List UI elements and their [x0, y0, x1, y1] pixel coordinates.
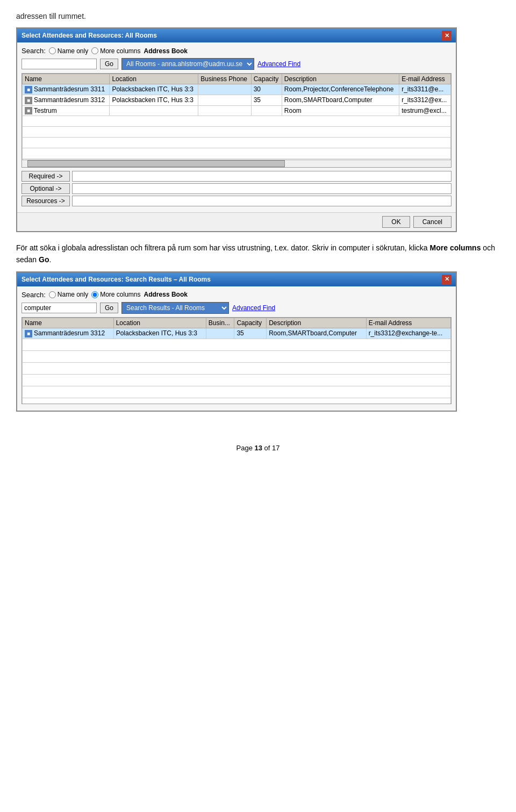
- required-field-row: Required ->: [22, 171, 452, 182]
- table-row-empty: [23, 339, 451, 350]
- col-busin-2: Busin...: [206, 318, 234, 328]
- dialog-titlebar-2: Select Attendees and Resources: Search R…: [17, 272, 456, 286]
- cell-phone: [198, 84, 251, 95]
- table-row-empty: [23, 362, 451, 374]
- optional-field-row: Optional ->: [22, 183, 452, 194]
- search-input-2[interactable]: [22, 303, 97, 313]
- radio-more-columns-1[interactable]: [91, 47, 98, 54]
- bold-go: Go: [39, 255, 49, 264]
- address-book-label-2: Address Book: [144, 291, 188, 298]
- resources-button[interactable]: Resources ->: [22, 196, 70, 206]
- required-button[interactable]: Required ->: [22, 171, 70, 182]
- table-header-row-1: Name Location Business Phone Capacity De…: [23, 74, 451, 84]
- cell-email: r_its3312@ex...: [399, 95, 451, 105]
- cell-phone: [198, 105, 251, 116]
- cell-capacity: [251, 105, 282, 116]
- cancel-button-1[interactable]: Cancel: [413, 216, 452, 228]
- cell-capacity: 35: [251, 95, 282, 105]
- bottom-fields-1: Required -> Optional -> Resources ->: [22, 171, 452, 206]
- paragraph-text-1: För att söka i globala adresslistan och …: [16, 243, 430, 252]
- table-row-empty: [23, 374, 451, 386]
- cell-description: Room: [282, 105, 399, 116]
- table-row-empty: [23, 148, 451, 159]
- page-footer: Page 13 of 17: [16, 444, 500, 452]
- paragraph-block: För att söka i globala adresslistan och …: [16, 242, 500, 266]
- cell-busin: [206, 328, 234, 339]
- col-description-1: Description: [282, 74, 399, 84]
- table-row-empty: [23, 350, 451, 362]
- col-name-1: Name: [23, 74, 110, 84]
- col-description-2: Description: [267, 318, 366, 328]
- cell-capacity: 35: [234, 328, 267, 339]
- address-book-select-1[interactable]: All Rooms - anna.ahlstrom@uadm.uu.se: [121, 58, 254, 70]
- col-email-1: E-mail Address: [399, 74, 451, 84]
- row-icon-gray: ■: [25, 97, 32, 104]
- cell-location: Polacksbacken ITC, Hus 3:3: [110, 84, 198, 95]
- cell-name: ■Sammanträdesrum 3312: [23, 328, 114, 339]
- go-button-2[interactable]: Go: [100, 303, 118, 313]
- radio-name-only-label-1[interactable]: Name only: [49, 47, 88, 55]
- results-table-2: Name Location Busin... Capacity Descript…: [22, 318, 451, 404]
- search-label-1: Search:: [22, 47, 46, 55]
- cell-name: ■Sammanträdesrum 3311: [23, 84, 110, 95]
- dialog-footer-1: OK Cancel: [17, 212, 456, 231]
- col-email-2: E-mail Address: [366, 318, 450, 328]
- radio-more-columns-2[interactable]: [91, 291, 98, 298]
- cell-email: r_its3311@e...: [399, 84, 451, 95]
- results-table-scroll-2[interactable]: Name Location Busin... Capacity Descript…: [22, 318, 451, 404]
- radio-more-columns-label-2[interactable]: More columns: [91, 291, 140, 298]
- cell-description: Room,SMARTboard,Computer: [267, 328, 366, 339]
- radio-name-only-1[interactable]: [49, 47, 56, 54]
- required-input[interactable]: [72, 171, 452, 182]
- dialog-title-2: Select Attendees and Resources: Search R…: [22, 276, 211, 283]
- resources-field-row: Resources ->: [22, 196, 452, 206]
- results-table-scroll-1[interactable]: Name Location Business Phone Capacity De…: [22, 74, 451, 160]
- row-icon-blue: ■: [25, 86, 32, 94]
- radio-name-only-2[interactable]: [49, 291, 56, 298]
- optional-input[interactable]: [72, 183, 452, 194]
- resources-input[interactable]: [72, 196, 452, 206]
- page-number: Page 13 of 17: [236, 444, 280, 452]
- radio-name-only-label-2[interactable]: Name only: [49, 291, 88, 298]
- optional-button[interactable]: Optional ->: [22, 183, 70, 194]
- col-business-phone-1: Business Phone: [198, 74, 251, 84]
- search-row-1: Search: Name only More columns Address B…: [22, 47, 452, 55]
- table-row[interactable]: ■Sammanträdesrum 3311 Polacksbacken ITC,…: [23, 84, 451, 95]
- table-row[interactable]: ■Sammanträdesrum 3312 Polacksbacken ITC,…: [23, 95, 451, 105]
- cell-phone: [198, 95, 251, 105]
- table-row[interactable]: ■Testrum Room testrum@excl...: [23, 105, 451, 116]
- table-row-empty: [23, 398, 451, 404]
- row-icon-blue-2: ■: [25, 330, 32, 337]
- ok-button-1[interactable]: OK: [382, 216, 410, 228]
- advanced-find-button-1[interactable]: Advanced Find: [257, 60, 300, 68]
- cell-description: Room,Projector,ConferenceTelephone: [282, 84, 399, 95]
- bold-more-columns: More columns: [430, 243, 481, 252]
- row-icon-gray: ■: [25, 107, 32, 114]
- go-button-1[interactable]: Go: [100, 59, 118, 69]
- radio-more-columns-label-1[interactable]: More columns: [91, 47, 140, 55]
- address-book-label-1: Address Book: [144, 47, 188, 55]
- table-row-empty: [23, 127, 451, 138]
- horizontal-scrollbar-1[interactable]: [22, 160, 451, 167]
- dialog-close-button-1[interactable]: ✕: [442, 31, 452, 40]
- dialog-title-1: Select Attendees and Resources: All Room…: [22, 32, 157, 39]
- search-input-1[interactable]: [22, 59, 97, 69]
- search-row-2: Go All Rooms - anna.ahlstrom@uadm.uu.se …: [22, 58, 452, 70]
- dialog-close-button-2[interactable]: ✕: [442, 275, 452, 284]
- results-table-wrapper-2: Name Location Busin... Capacity Descript…: [22, 317, 452, 404]
- dialog-all-rooms: Select Attendees and Resources: All Room…: [16, 27, 457, 232]
- col-location-2: Location: [113, 318, 206, 328]
- advanced-find-button-2[interactable]: Advanced Find: [232, 304, 275, 312]
- table-row-empty: [23, 116, 451, 127]
- results-table-wrapper-1: Name Location Business Phone Capacity De…: [22, 73, 452, 168]
- col-capacity-2: Capacity: [234, 318, 267, 328]
- address-book-select-2[interactable]: Search Results - All Rooms: [121, 302, 229, 314]
- dialog-search-results: Select Attendees and Resources: Search R…: [16, 271, 457, 412]
- table-row-empty: [23, 138, 451, 148]
- cell-name: ■Sammanträdesrum 3312: [23, 95, 110, 105]
- search-row-4: Go Search Results - All Rooms Advanced F…: [22, 302, 452, 314]
- table-row-empty: [23, 386, 451, 398]
- table-row[interactable]: ■Sammanträdesrum 3312 Polacksbacken ITC,…: [23, 328, 451, 339]
- results-table-1: Name Location Business Phone Capacity De…: [22, 74, 451, 160]
- col-name-2: Name: [23, 318, 114, 328]
